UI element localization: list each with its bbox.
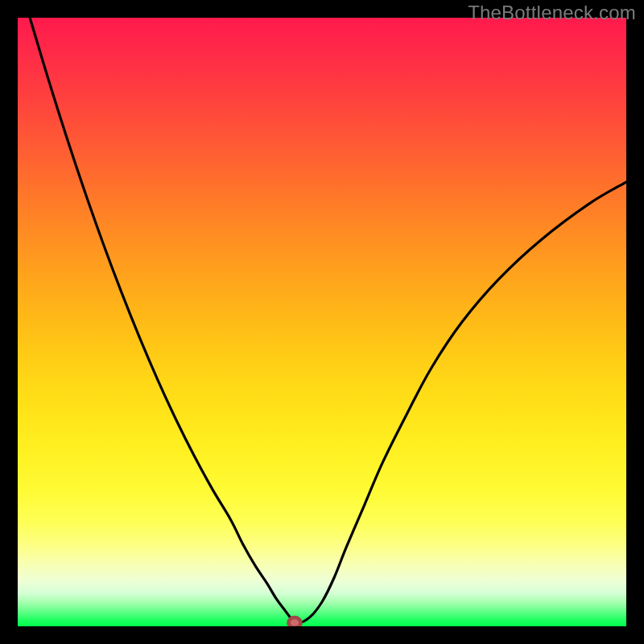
plot-area — [18, 18, 626, 626]
watermark-text: TheBottleneck.com — [468, 2, 636, 24]
chart-frame: TheBottleneck.com — [0, 0, 644, 644]
bottleneck-curve — [18, 18, 626, 626]
curve-path — [30, 18, 626, 623]
optimum-marker — [288, 617, 300, 626]
